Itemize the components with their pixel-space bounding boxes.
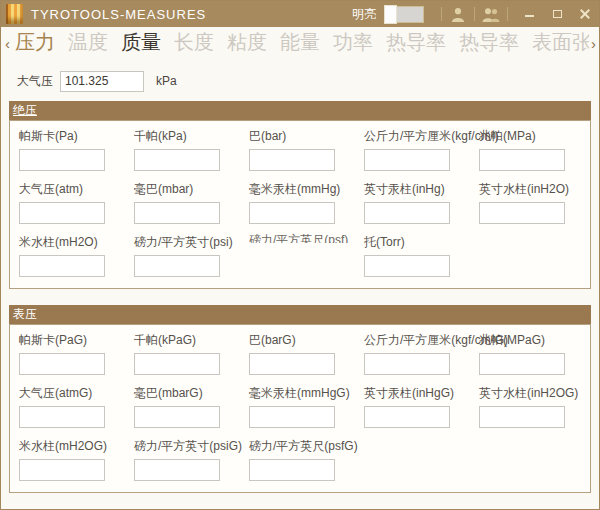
field-input[interactable] <box>249 406 335 428</box>
close-icon <box>580 9 590 19</box>
field-row: 米水柱(mH2OG)磅力/平方英寸(psiG)磅力/平方英尺(psfG) <box>19 439 590 481</box>
tab-1[interactable]: 压力 <box>15 31 55 53</box>
field-label: 帕斯卡(Pa) <box>19 129 134 145</box>
field-input[interactable] <box>134 353 220 375</box>
field-label: 英寸水柱(inH2O) <box>479 182 594 198</box>
field-input[interactable] <box>249 149 335 171</box>
field-input[interactable] <box>19 255 105 277</box>
minimize-button[interactable] <box>518 1 540 27</box>
field-cell: 英寸水柱(inH2OG) <box>479 386 594 428</box>
field-input[interactable] <box>479 149 565 171</box>
field-label: 英寸汞柱(inHgG) <box>364 386 479 402</box>
tab-8[interactable]: 热导率 <box>386 31 446 53</box>
tab-5[interactable]: 粘度 <box>227 31 267 53</box>
field-input[interactable] <box>364 353 450 375</box>
field-input[interactable] <box>364 149 450 171</box>
minimize-icon <box>525 15 534 17</box>
tab-3[interactable]: 质量 <box>121 31 161 53</box>
field-input[interactable] <box>134 406 220 428</box>
field-cell: 兆帕(MPaG) <box>479 333 594 375</box>
field-input[interactable] <box>19 406 105 428</box>
tab-4[interactable]: 长度 <box>174 31 214 53</box>
field-row: 大气压(atm)毫巴(mbar)毫米汞柱(mmHg)英寸汞柱(inHg)英寸水柱… <box>19 182 590 224</box>
field-label: 公斤力/平方厘米(kgf/cm²G) <box>364 333 479 349</box>
section-box-2: 帕斯卡(PaG)千帕(kPaG)巴(barG)公斤力/平方厘米(kgf/cm²G… <box>9 324 591 493</box>
maximize-button[interactable] <box>546 1 568 27</box>
tab-list: 压力温度质量长度粘度能量功率热导率热导率表面张 <box>15 29 589 61</box>
field-input[interactable] <box>364 255 450 277</box>
field-input[interactable] <box>134 255 220 277</box>
field-cell: 毫巴(mbar) <box>134 182 249 224</box>
sections-container: 绝压帕斯卡(Pa)千帕(kPa)巴(bar)公斤力/平方厘米(kgf/cm²)兆… <box>1 101 599 493</box>
field-cell: 毫米汞柱(mmHgG) <box>249 386 364 428</box>
field-input[interactable] <box>479 406 565 428</box>
field-label: 毫巴(mbar) <box>134 182 249 198</box>
field-label: 米水柱(mH2OG) <box>19 439 134 455</box>
field-input[interactable] <box>364 202 450 224</box>
field-input[interactable] <box>134 459 220 481</box>
field-label: 磅力/平方英尺(psfG) <box>249 439 364 455</box>
section-header-2[interactable]: 表压 <box>9 305 591 324</box>
tab-2[interactable]: 温度 <box>68 31 108 53</box>
field-cell: 大气压(atmG) <box>19 386 134 428</box>
brightness-slider-thumb[interactable] <box>385 6 396 23</box>
tab-6[interactable]: 能量 <box>280 31 320 53</box>
field-input[interactable] <box>479 353 565 375</box>
tab-9[interactable]: 热导率 <box>459 31 519 53</box>
field-cell: 磅力/平方英寸(psiG) <box>134 439 249 481</box>
field-cell: 兆帕(MPa) <box>479 129 594 171</box>
field-input[interactable] <box>19 149 105 171</box>
field-label: 千帕(kPa) <box>134 129 249 145</box>
field-row: 米水柱(mH2O)磅力/平方英寸(psi)磅力/平方英尺(psf)托(Torr) <box>19 235 590 277</box>
tab-10[interactable]: 表面张 <box>532 31 589 53</box>
titlebar-controls: 明亮 <box>352 1 599 27</box>
atmospheric-pressure-unit: kPa <box>156 74 177 88</box>
field-label: 磅力/平方英尺(psf) <box>249 233 364 243</box>
field-input[interactable] <box>479 202 565 224</box>
field-cell: 公斤力/平方厘米(kgf/cm²) <box>364 129 479 171</box>
field-label: 巴(barG) <box>249 333 364 349</box>
app-logo-icon <box>6 4 23 24</box>
users-group-icon[interactable] <box>482 7 500 22</box>
atmospheric-pressure-input[interactable] <box>60 71 144 92</box>
field-label: 磅力/平方英寸(psi) <box>134 235 249 251</box>
title-bar: TYROTOOLS-MEASURES 明亮 <box>1 1 599 27</box>
tab-strip: ‹ 压力温度质量长度粘度能量功率热导率热导率表面张 › <box>1 27 599 61</box>
field-input[interactable] <box>134 202 220 224</box>
field-cell: 磅力/平方英尺(psfG) <box>249 439 364 481</box>
field-cell: 米水柱(mH2O) <box>19 235 134 277</box>
empty-input-slot <box>249 245 364 271</box>
field-label: 大气压(atmG) <box>19 386 134 402</box>
field-cell: 毫米汞柱(mmHg) <box>249 182 364 224</box>
field-input[interactable] <box>134 149 220 171</box>
section-header-1[interactable]: 绝压 <box>9 101 591 120</box>
field-cell: 磅力/平方英寸(psi) <box>134 235 249 277</box>
titlebar-divider <box>441 7 442 21</box>
field-label: 兆帕(MPaG) <box>479 333 594 349</box>
field-label: 磅力/平方英寸(psiG) <box>134 439 249 455</box>
field-input[interactable] <box>249 202 335 224</box>
field-row: 大气压(atmG)毫巴(mbarG)毫米汞柱(mmHgG)英寸汞柱(inHgG)… <box>19 386 590 428</box>
brightness-slider[interactable] <box>384 6 424 23</box>
field-input[interactable] <box>249 459 335 481</box>
field-cell: 千帕(kPaG) <box>134 333 249 375</box>
field-input[interactable] <box>19 459 105 481</box>
maximize-icon <box>553 10 562 18</box>
field-label: 毫米汞柱(mmHgG) <box>249 386 364 402</box>
field-input[interactable] <box>19 353 105 375</box>
titlebar-divider <box>507 7 508 21</box>
field-input[interactable] <box>19 202 105 224</box>
field-input[interactable] <box>364 406 450 428</box>
field-label: 英寸水柱(inH2OG) <box>479 386 594 402</box>
page-content: 大气压 kPa 绝压帕斯卡(Pa)千帕(kPa)巴(bar)公斤力/平方厘米(k… <box>1 67 599 493</box>
field-label: 毫米汞柱(mmHg) <box>249 182 364 198</box>
close-button[interactable] <box>574 1 596 27</box>
field-input[interactable] <box>249 353 335 375</box>
tab-scroll-right-icon[interactable]: › <box>591 35 596 53</box>
contact-person-icon[interactable] <box>449 7 467 22</box>
field-label: 公斤力/平方厘米(kgf/cm²) <box>364 129 479 145</box>
field-label: 帕斯卡(PaG) <box>19 333 134 349</box>
tab-scroll-left-icon[interactable]: ‹ <box>5 35 10 53</box>
tab-7[interactable]: 功率 <box>333 31 373 53</box>
field-row: 帕斯卡(PaG)千帕(kPaG)巴(barG)公斤力/平方厘米(kgf/cm²G… <box>19 333 590 375</box>
